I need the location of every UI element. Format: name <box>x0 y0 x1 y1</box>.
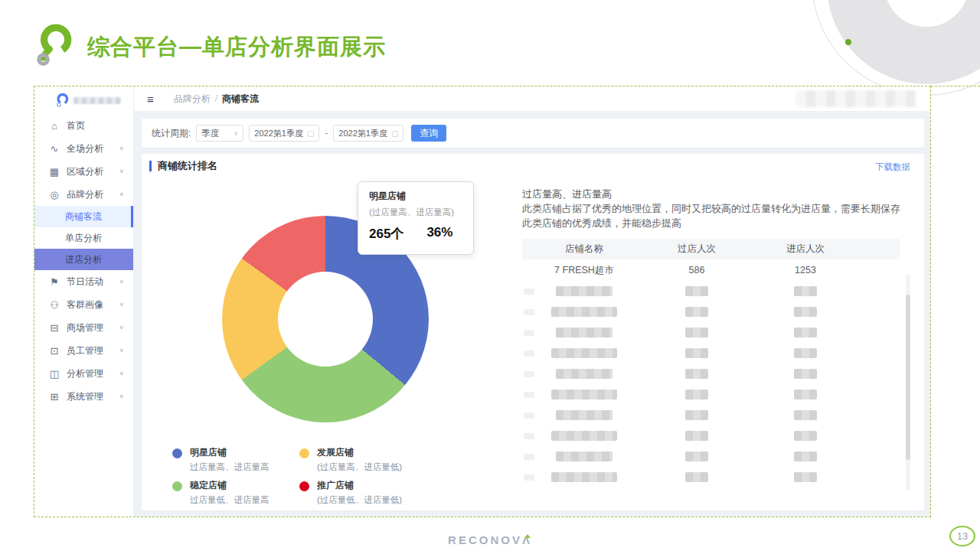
download-data-link[interactable]: 下载数据 <box>875 161 910 173</box>
table-row-redacted <box>522 384 900 405</box>
tooltip-description: (过店量高、进店量高) <box>369 207 462 218</box>
chevron-down-icon: ∨ <box>119 302 124 308</box>
slide: 综合平台—单店分析界面展示 ⌂ 首页 ∿ 全场分析 ∨ <box>0 0 980 551</box>
date-to-input[interactable]: 2022第1季度 ▢ <box>333 125 403 142</box>
redacted-index-block <box>524 330 534 336</box>
redacted-name-block <box>551 431 617 441</box>
cell-pass-count: 586 <box>646 265 747 276</box>
app-logo-text-redacted <box>74 97 121 104</box>
redacted-index-block <box>524 309 534 315</box>
table-redacted-rows <box>522 281 900 487</box>
redacted-index-block <box>524 350 534 357</box>
date-from-input[interactable]: 2022第1季度 ▢ <box>249 125 319 142</box>
detail-title: 过店量高、进店量高 <box>522 187 612 201</box>
chevron-down-icon: ∨ <box>119 279 124 285</box>
redacted-value-block <box>794 431 817 441</box>
chevron-down-icon: ∨ <box>119 393 124 399</box>
legend-marker <box>299 448 309 458</box>
section-title: 商铺统计排名 <box>149 161 217 171</box>
page-number-badge: 13 <box>949 526 975 546</box>
redacted-value-block <box>685 410 708 420</box>
tooltip-count: 265个 <box>369 225 403 243</box>
redacted-value-block <box>794 452 817 461</box>
chart-legend: 明星店铺 过店量高、进店量高 发展店铺 (过店量高、进店量低) 稳定店铺 过 <box>172 446 475 506</box>
sidebar-item-shop-traffic[interactable]: 商铺客流 <box>34 206 133 227</box>
sidebar-item-staff-management[interactable]: ⊡ 员工管理 ∨ <box>34 339 133 362</box>
redacted-value-block <box>794 390 817 399</box>
sidebar-item-festival-activity[interactable]: ⚑ 节日活动 ∨ <box>34 270 133 293</box>
redacted-value-block <box>794 410 817 420</box>
people-icon: ⚇ <box>48 299 60 311</box>
sidebar-item-venue-analysis[interactable]: ∿ 全场分析 ∨ <box>34 137 133 160</box>
hamburger-menu-icon[interactable]: ≡ <box>147 93 154 106</box>
redacted-index-block <box>524 433 534 439</box>
redacted-value-block <box>794 307 817 317</box>
sidebar-item-mall-management[interactable]: ⊟ 商场管理 ∨ <box>34 316 133 339</box>
sidebar-item-customer-profile[interactable]: ⚇ 客群画像 ∨ <box>34 293 133 316</box>
redacted-value-block <box>794 472 817 482</box>
chevron-down-icon: ∨ <box>119 370 124 377</box>
chevron-up-icon: ∧ <box>119 191 124 197</box>
filter-bar: 统计周期: 季度 ∨ 2022第1季度 ▢ - 2022第1季度 ▢ 查询 <box>142 119 924 148</box>
chevron-down-icon: ∨ <box>119 168 124 174</box>
redacted-index-block <box>524 412 534 419</box>
breadcrumb-parent[interactable]: 品牌分析 <box>174 93 211 106</box>
period-select[interactable]: 季度 ∨ <box>196 125 243 142</box>
sidebar-item-region-analysis[interactable]: ▦ 区域分析 ∨ <box>34 160 133 183</box>
content-card: 商铺统计排名 下载数据 明星店铺 (过店量高、进店量高) 265个 36% <box>142 154 924 510</box>
redacted-value-block <box>685 390 708 399</box>
chevron-down-icon: ∨ <box>234 130 238 137</box>
redacted-value-block <box>794 348 817 358</box>
chevron-down-icon: ∨ <box>119 145 124 152</box>
monitor-icon: ⊞ <box>48 391 60 403</box>
pulse-icon: ∿ <box>48 143 60 155</box>
tooltip-category: 明星店铺 <box>369 190 462 203</box>
chart-tooltip: 明星店铺 (过店量高、进店量高) 265个 36% <box>358 181 474 255</box>
legend-item-star[interactable]: 明星店铺 过店量高、进店量高 <box>172 446 299 473</box>
slide-title: 综合平台—单店分析界面展示 <box>87 32 386 63</box>
user-info-redacted <box>795 90 916 107</box>
redacted-name-block <box>556 286 612 296</box>
table-row-redacted <box>522 343 900 364</box>
redacted-name-block <box>551 307 617 317</box>
scrollbar-thumb[interactable] <box>906 295 910 460</box>
redacted-name-block <box>551 348 617 358</box>
sidebar-item-analysis-management[interactable]: ◫ 分析管理 ∨ <box>34 362 133 385</box>
column-header-shop-name: 店铺名称 <box>522 243 646 256</box>
sidebar-item-single-store-analysis[interactable]: 单店分析 <box>34 227 133 249</box>
redacted-index-block <box>524 392 534 398</box>
redacted-value-block <box>794 369 817 379</box>
search-button[interactable]: 查询 <box>411 125 446 142</box>
sidebar-item-brand-analysis[interactable]: ◎ 品牌分析 ∧ <box>34 183 133 206</box>
app-logo-icon <box>54 92 70 109</box>
redacted-value-block <box>685 452 708 461</box>
table-row-redacted <box>522 302 900 322</box>
sidebar-item-store-entry-analysis[interactable]: 进店分析 <box>34 249 133 270</box>
redacted-index-block <box>524 289 534 295</box>
home-icon: ⌂ <box>48 120 60 132</box>
range-separator: - <box>325 128 328 139</box>
column-header-pass-count: 过店人次 <box>646 243 747 256</box>
legend-item-stable[interactable]: 稳定店铺 过店量低、进店量高 <box>172 479 299 506</box>
redacted-value-block <box>685 431 708 441</box>
table-row-redacted <box>522 405 900 425</box>
legend-item-promotion[interactable]: 推广店铺 (过店量低、进店量低) <box>299 479 475 506</box>
redacted-index-block <box>524 454 534 460</box>
redacted-value-block <box>685 472 708 482</box>
flag-icon: ⚑ <box>48 276 60 288</box>
redacted-index-block <box>524 371 534 377</box>
redacted-name-block <box>556 410 612 420</box>
globe-icon: ◎ <box>48 189 60 201</box>
sidebar-item-system-management[interactable]: ⊞ 系统管理 ∨ <box>34 385 133 408</box>
chevron-down-icon: ∨ <box>119 324 124 331</box>
table-header: 店铺名称 过店人次 进店人次 <box>522 239 900 259</box>
redacted-name-block <box>556 452 612 461</box>
detail-body: 此类店铺占据了优秀的地理位置，同时又把较高的过店量转化为进店量，需要长期保存此类… <box>522 201 909 230</box>
legend-marker <box>172 481 182 491</box>
top-navbar: ≡ 品牌分析 / 商铺客流 <box>134 86 930 112</box>
sidebar: ⌂ 首页 ∿ 全场分析 ∨ ▦ 区域分析 ∨ ◎ 品牌分析 ∧ 商铺客流 <box>34 86 134 517</box>
breadcrumb: 品牌分析 / 商铺客流 <box>174 93 259 106</box>
legend-item-developing[interactable]: 发展店铺 (过店量高、进店量低) <box>299 446 475 473</box>
badge-icon: ⊡ <box>48 345 60 357</box>
sidebar-item-home[interactable]: ⌂ 首页 <box>34 114 133 137</box>
